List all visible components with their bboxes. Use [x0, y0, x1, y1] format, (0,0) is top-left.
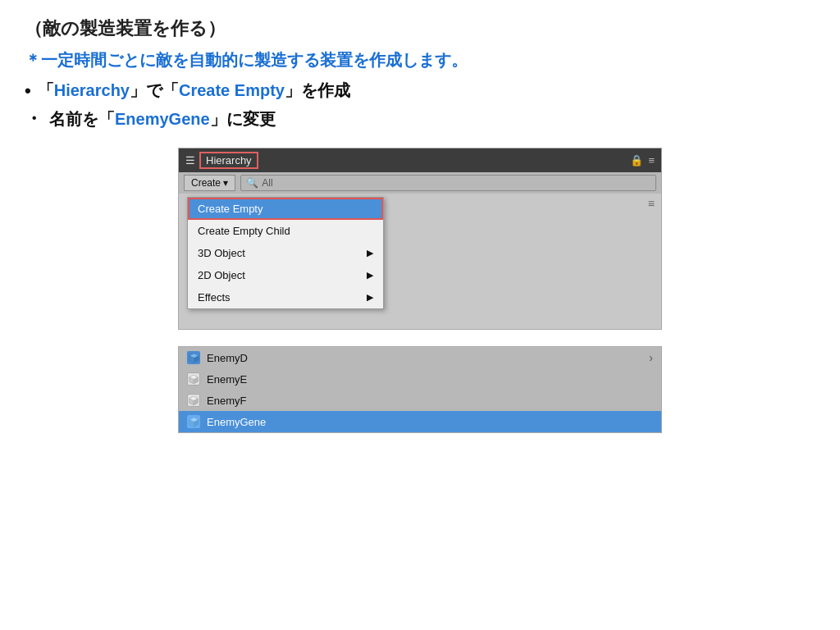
arrow-icon-effects: ▶: [367, 292, 373, 303]
hierarchy-icon: ☰: [185, 154, 195, 167]
menu-item-create-empty-child[interactable]: Create Empty Child: [188, 220, 383, 242]
enemyf-icon: [187, 394, 200, 407]
bullet1-create-empty: Create Empty: [179, 81, 285, 99]
arrow-icon-2d: ▶: [367, 270, 373, 281]
bullet2-enemygene: EnemyGene: [115, 110, 210, 128]
enemye-name: EnemyE: [207, 373, 247, 386]
enemy-list: EnemyD › EnemyE: [178, 346, 662, 433]
hierarchy-window: ☰ Hierarchy 🔒 ≡ Create ▾ 🔍 All ≡ Create …: [178, 148, 662, 330]
hierarchy-titlebar: ☰ Hierarchy 🔒 ≡: [179, 148, 661, 172]
hierarchy-title: Hierarchy: [199, 152, 258, 169]
list-item-enemyd[interactable]: EnemyD ›: [179, 347, 661, 368]
titlebar-right: 🔒 ≡: [630, 154, 655, 167]
search-icon: 🔍: [246, 177, 258, 189]
page-title: （敵の製造装置を作る）: [25, 16, 815, 41]
titlebar-left: ☰ Hierarchy: [185, 152, 258, 169]
context-menu: Create Empty Create Empty Child 3D Objec…: [187, 197, 384, 309]
menu-item-3d-object[interactable]: 3D Object ▶: [188, 242, 383, 264]
hierarchy-toolbar: Create ▾ 🔍 All: [179, 172, 661, 194]
list-item-enemyf[interactable]: EnemyF: [179, 390, 661, 411]
screenshots-container: ☰ Hierarchy 🔒 ≡ Create ▾ 🔍 All ≡ Create …: [25, 148, 815, 433]
lock-icon: 🔒: [630, 154, 643, 167]
enemye-icon: [187, 372, 200, 386]
enemyd-icon: [187, 351, 200, 364]
subtitle: ＊一定時間ごとに敵を自動的に製造する装置を作成します。: [25, 49, 815, 71]
bullet-2: ・ 名前を「EnemyGene」に変更: [25, 107, 815, 131]
menu-item-2d-object[interactable]: 2D Object ▶: [188, 264, 383, 286]
bullet1-hierarchy: Hierarchy: [54, 81, 130, 99]
bullet-1: • 「Hierarchy」で「Create Empty」を作成: [25, 80, 815, 102]
arrow-icon-3d: ▶: [367, 248, 373, 258]
menu-item-effects[interactable]: Effects ▶: [188, 286, 383, 308]
search-box: 🔍 All: [240, 175, 656, 191]
enemygene-icon: [187, 415, 200, 428]
enemyd-name: EnemyD: [207, 352, 248, 364]
menu-item-create-empty[interactable]: Create Empty: [188, 198, 383, 220]
enemyf-name: EnemyF: [207, 395, 246, 407]
create-button[interactable]: Create ▾: [184, 175, 235, 191]
hierarchy-body: ≡ Create Empty Create Empty Child 3D Obj…: [179, 194, 661, 329]
enemyd-arrow: ›: [649, 351, 653, 364]
list-item-enemygene[interactable]: EnemyGene: [179, 411, 661, 432]
enemygene-name: EnemyGene: [207, 416, 266, 428]
filter-icon: ≡: [648, 197, 655, 210]
list-item-enemye[interactable]: EnemyE: [179, 368, 661, 390]
menu-icon: ≡: [648, 154, 655, 167]
